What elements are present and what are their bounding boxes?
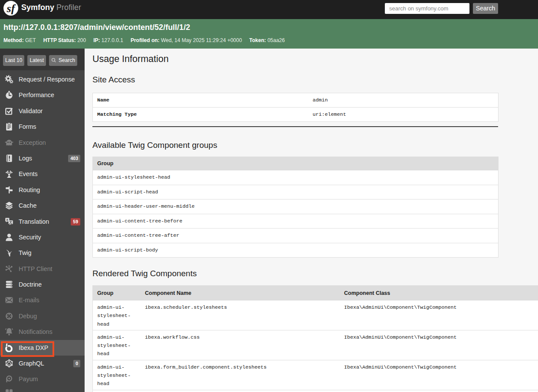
svg-text:sf: sf bbox=[7, 2, 16, 15]
svg-text:a: a bbox=[7, 218, 8, 222]
